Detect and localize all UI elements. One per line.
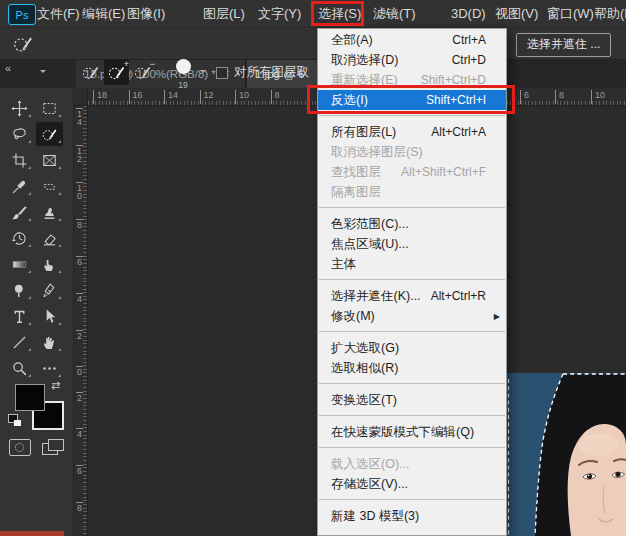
menu-item-label: 在快速蒙版模式下编辑(Q) xyxy=(331,424,474,441)
sample-all-layers-checkbox[interactable] xyxy=(216,67,228,79)
menu-item[interactable]: 所有图层(L)Alt+Ctrl+A xyxy=(318,122,506,142)
menu-item[interactable]: 修改(M)▶ xyxy=(318,306,506,326)
plus-icon: + xyxy=(124,60,129,69)
ruler-label: 8 xyxy=(76,502,83,512)
menu-item[interactable]: 新建 3D 模型(3) xyxy=(318,506,506,526)
dodge-tool[interactable] xyxy=(6,278,33,302)
zoom-tool[interactable] xyxy=(6,356,33,380)
pen-tool[interactable] xyxy=(36,278,63,302)
lasso-tool[interactable] xyxy=(6,122,33,146)
move-tool[interactable] xyxy=(6,96,33,120)
ruler-label: 6 xyxy=(76,256,83,266)
tools-grid xyxy=(6,96,66,382)
menu-item-label: 色彩范围(C)... xyxy=(331,216,409,233)
menu-item[interactable]: 主体 xyxy=(318,254,506,274)
menu-item[interactable]: 反选(I)Shift+Ctrl+I xyxy=(318,90,506,110)
menu-item-label: 存储选区(V)... xyxy=(331,476,408,493)
foreground-color-swatch[interactable] xyxy=(15,384,45,411)
ruler-label: 12 xyxy=(76,145,83,163)
edit-toolbar-button[interactable] xyxy=(36,356,63,380)
menu-bar-item[interactable]: 图层(L) xyxy=(203,0,245,27)
menu-item[interactable]: 扩大选取(G) xyxy=(318,338,506,358)
menu-bar-item[interactable]: 窗口(W) xyxy=(547,0,594,27)
add-to-selection-brush-button[interactable]: + xyxy=(104,59,129,85)
brush-size-picker[interactable]: 19 xyxy=(168,58,198,92)
hand-tool[interactable] xyxy=(36,330,63,354)
tool-preset-icon[interactable] xyxy=(12,33,34,55)
menu-item[interactable]: 焦点区域(U)... xyxy=(318,234,506,254)
ruler-label: 6 xyxy=(520,90,529,104)
menu-bar-item[interactable]: 文件(F) xyxy=(37,0,80,27)
ruler-label: 8 xyxy=(271,90,280,104)
menu-item: 重新选择(E)Shift+Ctrl+D xyxy=(318,70,506,90)
menu-item-label: 焦点区域(U)... xyxy=(331,236,409,253)
ruler-label: 14 xyxy=(164,90,178,104)
menu-separator xyxy=(319,383,505,384)
select-and-mask-button[interactable]: 选择并遮住 ... xyxy=(516,33,611,57)
default-colors-icon[interactable] xyxy=(8,414,21,426)
menu-item[interactable]: 取消选择(D)Ctrl+D xyxy=(318,50,506,70)
brush-size-chevron-icon[interactable] xyxy=(200,70,206,76)
type-tool[interactable] xyxy=(6,304,33,328)
smudge-tool[interactable] xyxy=(36,252,63,276)
selection-brush-tool[interactable] xyxy=(36,122,63,146)
crop-tool[interactable] xyxy=(6,148,33,172)
menu-item[interactable]: 存储选区(V)... xyxy=(318,474,506,494)
menu-bar-item[interactable]: 3D(D) xyxy=(451,0,486,27)
patch-tool[interactable] xyxy=(36,174,63,198)
subtract-from-selection-brush-button[interactable]: − xyxy=(130,59,155,85)
select-menu-dropdown: 全部(A)Ctrl+A取消选择(D)Ctrl+D重新选择(E)Shift+Ctr… xyxy=(317,28,507,536)
ruler-label: 18 xyxy=(93,90,107,104)
menu-item-label: 重新选择(E) xyxy=(331,72,398,89)
menu-item[interactable]: 全部(A)Ctrl+A xyxy=(318,30,506,50)
line-tool[interactable] xyxy=(6,330,33,354)
path-select-tool[interactable] xyxy=(36,304,63,328)
ruler-label: 8 xyxy=(555,90,564,104)
menu-bar-item[interactable]: 选择(S) xyxy=(318,0,361,27)
menu-separator xyxy=(319,499,505,500)
menu-item-label: 查找图层 xyxy=(331,164,381,181)
collapse-panels-icon[interactable]: « xyxy=(5,62,11,74)
submenu-arrow-icon: ▶ xyxy=(494,312,500,321)
quick-mask-mode-button[interactable] xyxy=(9,439,31,456)
menu-item-label: 选择并遮住(K)... xyxy=(331,288,421,305)
menu-item: 取消选择图层(S) xyxy=(318,142,506,162)
frame-tool[interactable] xyxy=(36,148,63,172)
menu-item[interactable]: 选取相似(R) xyxy=(318,358,506,378)
menu-separator xyxy=(319,331,505,332)
ruler-label: 2 xyxy=(76,330,83,340)
menu-item[interactable]: 选择并遮住(K)...Alt+Ctrl+R xyxy=(318,286,506,306)
ruler-label: 10 xyxy=(76,182,83,200)
menu-item-label: 载入选区(O)... xyxy=(331,456,409,473)
screen-mode-button[interactable] xyxy=(42,439,64,455)
tool-preset-chevron-icon[interactable] xyxy=(40,70,46,76)
menu-bar-item[interactable]: 视图(V) xyxy=(495,0,538,27)
menu-separator xyxy=(319,207,505,208)
marquee-tool[interactable] xyxy=(36,96,63,120)
menu-bar-item[interactable]: 帮助(H) xyxy=(594,0,626,27)
menu-bar-item[interactable]: 滤镜(T) xyxy=(373,0,416,27)
eraser-tool[interactable] xyxy=(36,226,63,250)
menu-bar-item[interactable]: 图像(I) xyxy=(127,0,165,27)
menu-item[interactable]: 在快速蒙版模式下编辑(Q) xyxy=(318,422,506,442)
menu-item-label: 新建 3D 模型(3) xyxy=(331,508,419,525)
ruler-label: 6 xyxy=(76,465,83,475)
menu-bar-item[interactable]: 文字(Y) xyxy=(258,0,301,27)
bottom-annotation-strip xyxy=(0,531,64,536)
ruler-label: 16 xyxy=(129,90,143,104)
menu-item[interactable]: 色彩范围(C)... xyxy=(318,214,506,234)
menu-item[interactable]: 变换选区(T) xyxy=(318,390,506,410)
new-selection-brush-button[interactable] xyxy=(78,59,103,85)
menu-item-label: 全部(A) xyxy=(331,32,373,49)
eyedropper-tool[interactable] xyxy=(6,174,33,198)
brush-size-value: 19 xyxy=(178,80,187,90)
options-divider xyxy=(58,59,59,85)
gradient-tool[interactable] xyxy=(6,252,33,276)
clone-stamp-tool[interactable] xyxy=(36,200,63,224)
brush-tool[interactable] xyxy=(6,200,33,224)
history-brush-tool[interactable] xyxy=(6,226,33,250)
menu-bar-item[interactable]: 编辑(E) xyxy=(82,0,125,27)
menu-item-shortcut: Alt+Ctrl+A xyxy=(431,125,486,139)
menu-separator xyxy=(319,279,505,280)
swap-colors-icon[interactable]: ⇄ xyxy=(51,379,60,392)
